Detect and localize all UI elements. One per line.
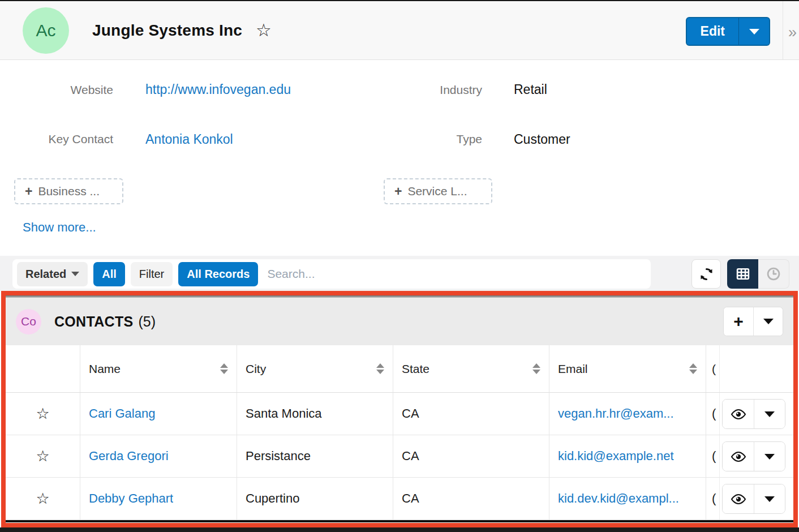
favorite-star-icon[interactable]: ☆ <box>36 406 49 422</box>
preview-button[interactable] <box>723 442 754 471</box>
row-dropdown-button[interactable] <box>754 400 785 428</box>
record-header: Ac Jungle Systems Inc ☆ Edit » <box>0 1 799 60</box>
related-dropdown[interactable]: Related <box>17 262 88 286</box>
contact-city: Persistance <box>246 449 311 464</box>
contact-state: CA <box>402 491 419 506</box>
contact-email-link[interactable]: vegan.hr.hr@exam... <box>558 406 674 421</box>
page-title: Jungle Systems Inc <box>92 22 242 40</box>
contact-name-link[interactable]: Cari Galang <box>89 406 155 421</box>
favorite-star-icon[interactable]: ☆ <box>36 491 49 507</box>
website-link[interactable]: http://www.infovegan.edu <box>145 82 291 97</box>
favorite-star-icon[interactable]: ☆ <box>256 22 272 39</box>
panel-bottom-line <box>6 520 793 522</box>
plus-icon: + <box>25 185 32 198</box>
contact-phone-truncated: ( <box>712 449 716 464</box>
eye-icon <box>731 494 746 505</box>
contacts-module-initials: Co <box>21 315 36 328</box>
contact-state: CA <box>402 449 419 464</box>
row-actions <box>722 441 785 471</box>
view-toggle <box>727 259 789 289</box>
add-business-label: Business ... <box>38 185 100 198</box>
industry-value: Retail <box>514 82 547 97</box>
contact-city: Santa Monica <box>246 406 322 421</box>
related-all-button[interactable]: All <box>93 262 125 286</box>
actions-column-header <box>719 345 793 392</box>
plus-icon: + <box>394 185 402 198</box>
table-row: ☆ Cari Galang Santa Monica CA vegan.hr.h… <box>6 393 793 435</box>
email-column-header[interactable]: Email <box>549 345 706 392</box>
contact-phone-truncated: ( <box>712 491 716 506</box>
refresh-button[interactable] <box>691 259 721 289</box>
contact-name-link[interactable]: Gerda Gregori <box>89 449 169 464</box>
chevron-down-icon <box>71 272 79 276</box>
key-contact-label: Key Contact <box>0 132 113 146</box>
contacts-table-header: Name City State Email ( <box>6 345 793 393</box>
preview-button[interactable] <box>723 400 754 428</box>
contacts-module-badge: Co <box>16 309 41 334</box>
sort-icon[interactable] <box>532 363 540 374</box>
favorite-star-icon[interactable]: ☆ <box>36 449 49 464</box>
related-label: Related <box>25 268 66 281</box>
collapse-panel-icon[interactable]: » <box>788 24 797 41</box>
clock-icon <box>766 266 781 282</box>
grid-icon <box>735 266 751 282</box>
show-more-link[interactable]: Show more... <box>23 220 96 235</box>
filter-bar: Related All Filter All Records <box>12 259 651 289</box>
timeline-view-button[interactable] <box>758 259 789 289</box>
window-bottom-edge <box>0 527 799 532</box>
contacts-panel-header: Co CONTACTS (5) + <box>6 298 793 345</box>
row-dropdown-button[interactable] <box>754 484 785 513</box>
city-column-header[interactable]: City <box>237 345 393 392</box>
eye-icon <box>731 451 746 462</box>
edit-split-button: Edit <box>686 17 770 46</box>
plus-icon: + <box>733 313 744 330</box>
search-input[interactable] <box>264 267 651 281</box>
list-view-button[interactable] <box>727 259 758 289</box>
refresh-icon <box>699 267 714 282</box>
contacts-count: (5) <box>138 314 156 330</box>
eye-icon <box>731 409 746 420</box>
contacts-panel-highlighted: Co CONTACTS (5) + Name City <box>1 291 798 527</box>
add-business-button[interactable]: + Business ... <box>14 178 123 204</box>
favorite-column-header <box>6 345 80 392</box>
table-row: ☆ Gerda Gregori Persistance CA kid.kid@e… <box>6 435 793 478</box>
website-label: Website <box>0 83 113 97</box>
state-column-header[interactable]: State <box>393 345 549 392</box>
edit-dropdown-button[interactable] <box>738 18 769 45</box>
key-contact-link[interactable]: Antonia Konkol <box>145 132 233 147</box>
chevron-down-icon <box>764 496 775 502</box>
sort-icon[interactable] <box>689 363 697 374</box>
add-contact-button[interactable]: + <box>724 307 753 336</box>
row-actions <box>722 399 785 429</box>
account-avatar: Ac <box>23 7 69 54</box>
row-dropdown-button[interactable] <box>754 442 785 471</box>
chevron-down-icon <box>749 29 759 35</box>
account-avatar-initials: Ac <box>36 21 55 40</box>
related-toolbar: Related All Filter All Records <box>0 256 799 291</box>
row-actions <box>722 484 785 514</box>
filter-button[interactable]: Filter <box>131 262 173 286</box>
add-service-button[interactable]: + Service L... <box>384 178 492 204</box>
contact-email-link[interactable]: kid.dev.kid@exampl... <box>558 491 679 506</box>
record-detail-panel: Website http://www.infovegan.edu Industr… <box>0 61 799 256</box>
contact-city: Cupertino <box>246 491 299 506</box>
contacts-dropdown-button[interactable] <box>753 307 783 336</box>
sort-icon[interactable] <box>220 363 228 374</box>
name-column-header[interactable]: Name <box>80 345 237 392</box>
all-records-button[interactable]: All Records <box>178 262 258 286</box>
contacts-actions: + <box>723 307 783 336</box>
preview-button[interactable] <box>723 484 754 513</box>
app-window: Ac Jungle Systems Inc ☆ Edit » Website h… <box>0 0 799 532</box>
contact-email-link[interactable]: kid.kid@example.net <box>558 449 674 464</box>
header-divider <box>783 1 783 60</box>
add-service-label: Service L... <box>407 185 467 198</box>
contact-phone-truncated: ( <box>712 406 716 421</box>
contact-name-link[interactable]: Debby Gephart <box>89 491 173 506</box>
chevron-down-icon <box>764 454 775 460</box>
sort-icon[interactable] <box>376 363 384 374</box>
industry-label: Industry <box>369 83 482 97</box>
edit-button[interactable]: Edit <box>687 18 738 45</box>
contact-state: CA <box>402 406 419 421</box>
chevron-down-icon <box>763 319 774 324</box>
contacts-title: CONTACTS <box>54 314 133 330</box>
